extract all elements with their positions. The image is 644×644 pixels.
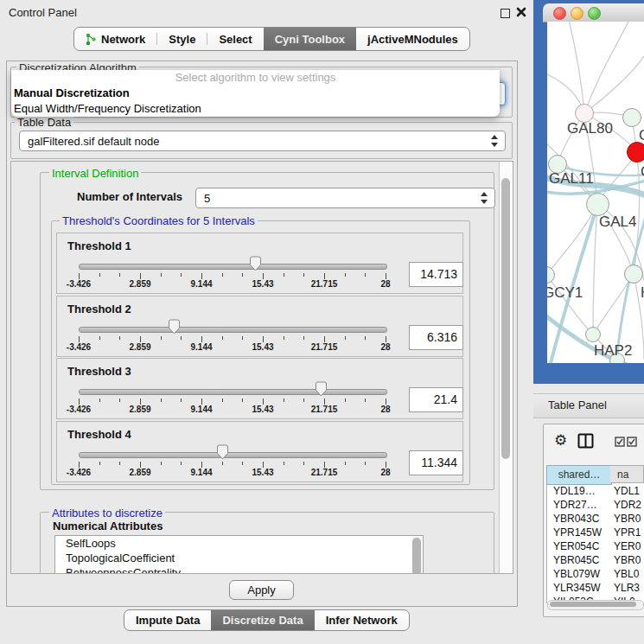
control-panel-title: Control Panel xyxy=(9,6,77,19)
split-columns-icon[interactable] xyxy=(577,433,594,450)
threshold-value-field[interactable]: 6.316 xyxy=(409,325,463,350)
slider-tick xyxy=(140,399,141,405)
slider-tick-label: 2.859 xyxy=(129,468,150,477)
attributes-list-scrollbar[interactable] xyxy=(411,537,422,574)
close-window-traffic-light[interactable] xyxy=(553,7,566,20)
threshold-label: Threshold 1 xyxy=(67,239,131,252)
algorithm-popup-hint: Select algorithm to view settings xyxy=(11,70,500,86)
settings-scroll-area: Interval Definition Number of Intervals … xyxy=(10,161,513,574)
slider-tick xyxy=(345,462,346,465)
table-row[interactable]: YBR045CYBR0 xyxy=(546,553,644,567)
tab-style[interactable]: Style xyxy=(157,28,207,50)
slider-tick xyxy=(365,273,366,277)
settings-vertical-scrollbar-thumb[interactable] xyxy=(501,178,510,459)
numerical-attributes-list[interactable]: SelfLoopsTopologicalCoefficientBetweenne… xyxy=(54,535,424,574)
slider-tick xyxy=(181,336,182,340)
threshold-panel-2: Threshold 2-3.4262.8599.14415.4321.71528… xyxy=(56,296,463,357)
threshold-slider-thumb[interactable] xyxy=(168,319,181,335)
network-window-titlebar[interactable] xyxy=(543,3,644,22)
tab-cyni-toolbox[interactable]: Cyni Toolbox xyxy=(264,28,356,50)
slider-tick xyxy=(79,462,80,468)
table-row[interactable]: YBR043CYBR0 xyxy=(546,512,644,526)
slider-tick xyxy=(79,336,80,342)
algorithm-option-equal-width[interactable]: Equal Width/Frequency Discretization xyxy=(11,101,500,117)
table-row[interactable]: YDL19…YDL1 xyxy=(546,484,644,498)
attributes-list-scrollbar-thumb[interactable] xyxy=(412,538,421,574)
tab-discretize-data[interactable]: Discretize Data xyxy=(211,610,314,630)
network-node-gal4[interactable] xyxy=(586,193,609,216)
table-settings-gear-icon[interactable]: ⚙ xyxy=(554,433,567,448)
table-horizontal-scrollbar[interactable] xyxy=(547,600,644,610)
slider-tick xyxy=(79,273,80,279)
checkbox-icon[interactable] xyxy=(615,437,625,447)
node-label: H xyxy=(641,284,644,302)
network-view-canvas[interactable]: GAL80 GA C GAL11 GAL4 GCY1 H HAP2 xyxy=(547,22,644,363)
cell-name: YPR1 xyxy=(614,526,641,539)
cell-shared-name: YBL079W xyxy=(553,567,600,581)
threshold-slider-track[interactable] xyxy=(79,452,387,458)
threshold-slider-thumb[interactable] xyxy=(216,444,229,460)
network-node-hap2[interactable] xyxy=(585,327,601,342)
slider-tick-label: 15.43 xyxy=(252,405,273,414)
tab-network[interactable]: Network xyxy=(74,28,156,50)
attribute-list-item[interactable]: BetweennessCentrality xyxy=(55,565,423,574)
slider-tick xyxy=(161,273,162,277)
cyni-bottom-tabbar: Impute DataDiscretize DataInfer Network xyxy=(124,609,410,631)
slider-tick xyxy=(263,462,264,468)
application-window: Control Panel NetworkStyleSelectCyni Too… xyxy=(0,0,644,644)
slider-tick xyxy=(99,399,100,402)
table-row[interactable]: YPR145WYPR1 xyxy=(546,526,644,539)
cell-shared-name: YDR27… xyxy=(553,498,597,512)
table-data-combobox[interactable]: galFiltered.sif default node xyxy=(19,131,506,151)
attribute-list-item[interactable]: SelfLoops xyxy=(55,536,423,551)
table-row[interactable]: YLR345WYLR3 xyxy=(546,581,644,595)
table-row[interactable]: YBL079WYBL0 xyxy=(546,567,644,581)
zoom-window-traffic-light[interactable] xyxy=(588,7,601,20)
algorithm-option-manual[interactable]: Manual Discretization xyxy=(11,86,500,101)
combobox-stepper-icon xyxy=(491,135,499,147)
minimize-window-traffic-light[interactable] xyxy=(571,7,583,20)
threshold-slider-thumb[interactable] xyxy=(249,256,262,271)
table-data-group-title: Table Data xyxy=(15,116,73,129)
checkbox-icon[interactable] xyxy=(627,437,637,447)
table-row[interactable]: YER054CYER0 xyxy=(546,539,644,553)
tab-infer-network[interactable]: Infer Network xyxy=(315,610,409,630)
threshold-slider-thumb[interactable] xyxy=(315,381,328,397)
slider-tick xyxy=(181,462,182,465)
numerical-attributes-label: Numerical Attributes xyxy=(53,520,163,532)
attribute-list-item[interactable]: TopologicalCoefficient xyxy=(55,551,423,565)
slider-tick xyxy=(140,336,141,342)
threshold-value-field[interactable]: 14.713 xyxy=(409,262,463,287)
slider-tick-label: 28 xyxy=(380,468,390,477)
attributes-group-title: Attributes to discretize xyxy=(49,507,165,520)
tab-select[interactable]: Select xyxy=(207,28,263,50)
slider-tick xyxy=(324,462,325,468)
apply-button[interactable]: Apply xyxy=(229,580,294,600)
tab-impute-data[interactable]: Impute Data xyxy=(124,610,211,630)
cell-shared-name: YPR145W xyxy=(553,526,602,539)
network-node-top-right[interactable] xyxy=(622,108,641,127)
thresholds-group-title: Threshold's Coordinates for 5 Intervals xyxy=(60,214,258,227)
settings-vertical-scrollbar[interactable] xyxy=(499,162,513,573)
threshold-value-field[interactable]: 11.344 xyxy=(409,450,463,475)
network-node-h[interactable] xyxy=(624,265,643,284)
threshold-slider-track[interactable] xyxy=(79,389,387,395)
slider-tick xyxy=(284,336,284,340)
slider-tick-label: 28 xyxy=(380,405,390,414)
float-panel-icon[interactable] xyxy=(501,9,510,18)
number-of-intervals-value: 5 xyxy=(204,192,210,205)
threshold-slider-track[interactable] xyxy=(79,327,387,333)
table-horizontal-scrollbar-thumb[interactable] xyxy=(550,602,636,607)
cell-shared-name: YDL19… xyxy=(553,484,596,498)
threshold-slider-track[interactable] xyxy=(79,264,387,270)
table-row[interactable]: YDR27…YDR2 xyxy=(546,498,644,512)
threshold-value-field[interactable]: 21.4 xyxy=(409,387,463,412)
column-header-shared-name[interactable]: shared… xyxy=(546,465,612,485)
tab-jactivemnodules[interactable]: jActiveMNodules xyxy=(356,28,469,50)
control-panel-tabbar: NetworkStyleSelectCyni ToolboxjActiveMNo… xyxy=(73,27,470,51)
column-header-name[interactable]: na xyxy=(610,465,644,483)
network-node-selected-red[interactable] xyxy=(627,142,644,163)
number-of-intervals-combobox[interactable]: 5 xyxy=(195,188,495,208)
close-panel-icon[interactable] xyxy=(515,6,527,18)
slider-tick-label: 15.43 xyxy=(252,468,273,477)
